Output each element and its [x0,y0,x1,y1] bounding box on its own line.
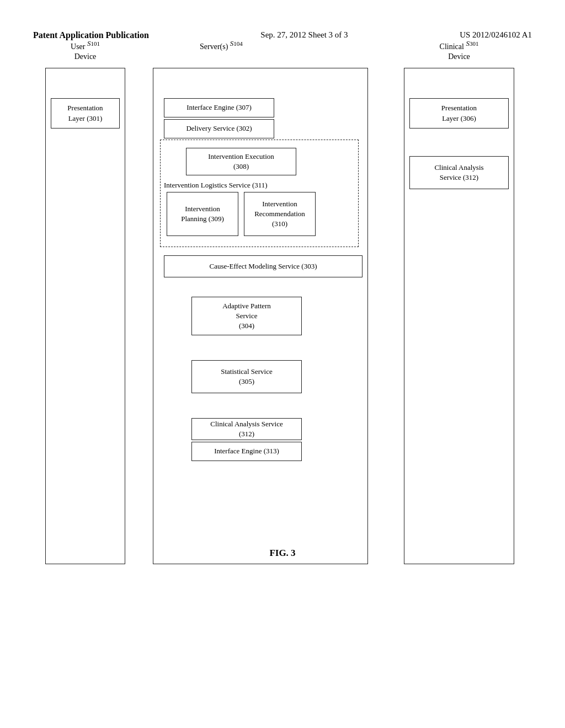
clinical-device-text: Device [448,52,470,61]
presentation-layer-user-box: PresentationLayer (301) [51,98,120,129]
clinical-analysis-right-label: Clinical AnalysisService (312) [434,163,483,183]
diagram-container: User S101 Device Server(s) S104 Clinical… [45,68,520,592]
interface-engine-313-label: Interface Engine (313) [214,446,279,456]
clinical-device-label: Clinical S301 Device [404,39,514,62]
statistical-service-label: Statistical Service(305) [221,367,273,387]
clinical-analysis-server-label: Clinical Analysis Service(312) [210,419,282,439]
cause-effect-label: Cause-Effect Modeling Service (303) [209,261,317,271]
intervention-logistics-text: Intervention Logistics Service (311) [164,181,268,189]
adaptive-pattern-label: Adaptive PatternService(304) [222,301,271,331]
intervention-logistics-label: Intervention Logistics Service (311) [164,181,268,190]
user-device-label: User S101 Device [45,39,125,62]
clinical-device-column [404,68,514,564]
user-device-text: Device [74,52,97,61]
user-label-text: User S101 [71,42,100,51]
intervention-execution-box: Intervention Execution(308) [186,148,296,175]
interface-engine-313-box: Interface Engine (313) [191,442,302,461]
diagram-area: User S101 Device Server(s) S104 Clinical… [0,51,565,625]
statistical-service-box: Statistical Service(305) [191,360,302,393]
server-label-text: Server(s) S104 [200,42,243,51]
presentation-layer-user-label: PresentationLayer (301) [67,103,103,123]
delivery-service-box: Delivery Service (302) [164,119,274,138]
clinical-analysis-right-box: Clinical AnalysisService (312) [409,156,509,189]
cause-effect-box: Cause-Effect Modeling Service (303) [164,255,363,277]
adaptive-pattern-box: Adaptive PatternService(304) [191,297,302,335]
clinical-label-text: Clinical S301 [440,42,479,51]
publication-label: Patent Application Publication [33,30,149,40]
intervention-execution-label: Intervention Execution(308) [208,152,274,172]
presentation-layer-clinical-box: PresentationLayer (306) [409,98,509,129]
date-sheet-label: Sep. 27, 2012 Sheet 3 of 3 [260,30,348,39]
intervention-planning-label: InterventionPlanning (309) [181,204,224,224]
figure-caption-text: FIG. 3 [269,548,295,558]
server-label: Server(s) S104 [153,39,368,52]
interface-engine-307-label: Interface Engine (307) [186,103,252,113]
header-right: US 2012/0246102 A1 [460,30,532,40]
clinical-analysis-server-box: Clinical Analysis Service(312) [191,418,302,440]
header-center: Sep. 27, 2012 Sheet 3 of 3 [260,30,348,40]
page: Patent Application Publication Sep. 27, … [0,0,565,728]
interface-engine-307-box: Interface Engine (307) [164,98,274,117]
figure-caption: FIG. 3 [45,548,520,559]
patent-number-label: US 2012/0246102 A1 [460,30,532,39]
delivery-service-label: Delivery Service (302) [186,124,252,133]
intervention-recommendation-box: InterventionRecommendation(310) [244,192,316,236]
intervention-planning-box: InterventionPlanning (309) [167,192,238,236]
presentation-layer-clinical-label: PresentationLayer (306) [441,103,477,123]
intervention-recommendation-label: InterventionRecommendation(310) [254,199,305,229]
user-device-column [45,68,125,564]
